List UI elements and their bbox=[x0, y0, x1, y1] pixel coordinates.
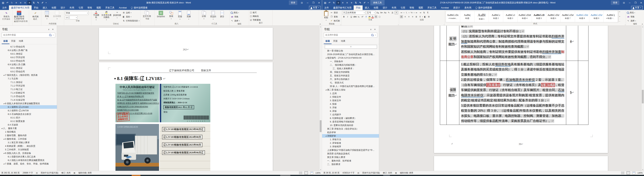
nav-heading-item[interactable]: 上述事项以“中国石油电子招标投标交易平台”中... bbox=[322, 148, 379, 152]
align-left-icon[interactable]: ≡ bbox=[336, 1, 340, 5]
criteria-cell[interactable]: 1.截止投标日，投标人在项目所在地具有服务基地的（须提供服务基地地址及服务基地场… bbox=[459, 61, 566, 125]
nav-heading-item[interactable]: 9. 是否采用电子招标投标 bbox=[322, 120, 379, 124]
nav-heading-item[interactable]: ◢ 详细评审 bbox=[322, 134, 379, 138]
multilevel-list-icon[interactable]: ¹≡ bbox=[410, 11, 413, 14]
replace-button[interactable]: ab替换 bbox=[230, 15, 248, 18]
document-page-39[interactable]: 发 明 能力↵ 备注：↵ （1）实用新型专利和外观设计专利不得分；↵ （2）若投… bbox=[434, 26, 608, 153]
gridlines-checkbox[interactable]: ☐网格线 bbox=[250, 15, 272, 18]
ribbon-tab[interactable]: 开发工具 bbox=[103, 6, 117, 10]
page-indicator[interactable]: 第 39 页, 共 80 页 bbox=[324, 172, 340, 174]
nav-heading-item[interactable]: 1. 评标方法 bbox=[322, 138, 379, 141]
close-icon[interactable]: ✕ bbox=[316, 0, 322, 6]
expand-collapse-icon[interactable]: ◢ bbox=[325, 135, 327, 137]
footer-button[interactable]: 页脚▾ bbox=[185, 10, 193, 20]
nav-heading-item[interactable]: 1. 总则 bbox=[322, 92, 379, 95]
align-center-icon[interactable]: ≡ bbox=[341, 1, 345, 5]
nav-heading-item[interactable]: 7.1.6 社保证明 bbox=[0, 98, 57, 102]
font-color-button[interactable]: A 字体颜 色▾ bbox=[92, 10, 100, 21]
minimize-icon[interactable]: ─ bbox=[305, 0, 310, 6]
redo-icon[interactable]: ↻ bbox=[10, 1, 14, 5]
accessibility-indicator[interactable]: 辅助功能: 调查 bbox=[78, 172, 92, 174]
align-left-icon[interactable]: ≡ bbox=[400, 15, 403, 18]
smartart-button[interactable]: ≣ SmartArt bbox=[155, 10, 166, 18]
ribbon-tab[interactable]: 绘图 bbox=[372, 6, 380, 10]
print-layout-button[interactable] bbox=[304, 171, 308, 175]
word-count[interactable]: 29886 个字 bbox=[22, 172, 33, 174]
grow-font-icon[interactable]: A▴ bbox=[376, 11, 379, 14]
accessibility-indicator[interactable]: 辅助功能: 调查 bbox=[400, 172, 413, 174]
dialog-launcher-icon[interactable]: ⌟ bbox=[340, 24, 341, 25]
evaluation-table[interactable]: 发 明 能力↵ 备注：↵ （1）实用新型专利和外观设计专利不得分；↵ （2）若投… bbox=[440, 26, 588, 125]
document-canvas[interactable]: 发 明 能力↵ 备注：↵ （1）实用新型专利和外观设计专利不得分；↵ （2）若投… bbox=[379, 26, 641, 171]
nav-heading-item[interactable]: 8.3.2 购置发票 bbox=[0, 120, 57, 123]
ruler-checkbox[interactable]: ☐标尺 bbox=[250, 11, 272, 14]
nav-heading-item[interactable]: ◢ 项目编号：ZY26-XJY10-FW003-00 bbox=[322, 56, 379, 60]
align-center-icon[interactable]: ≡ bbox=[18, 1, 22, 5]
align-right-icon[interactable]: ≡ bbox=[23, 1, 27, 5]
ribbon-display-options-icon[interactable]: ⊡ bbox=[621, 0, 627, 6]
scroll-up-icon[interactable]: ▴ bbox=[320, 26, 322, 28]
nav-heading-item[interactable]: ◢ 7 项目负责人（项目经理）简历表 bbox=[0, 73, 57, 77]
paste-button[interactable]: 粘贴▾ bbox=[323, 10, 329, 21]
strikethrough-icon[interactable]: abc bbox=[354, 15, 356, 18]
nav-heading-item[interactable]: 8.1 保障车-辽L2V183 bbox=[0, 105, 57, 109]
shading-icon[interactable]: ◧ bbox=[424, 15, 426, 18]
vertical-scrollbar[interactable]: ▴ ▾ bbox=[319, 26, 322, 171]
nav-heading-item[interactable]: 6.8.1 身份证 bbox=[0, 52, 57, 56]
gallery-down-icon[interactable]: ▾ bbox=[619, 16, 620, 17]
nav-heading-item[interactable]: 7. 合同授予 bbox=[322, 113, 379, 116]
increase-indent-icon[interactable]: ⇥ bbox=[419, 11, 422, 14]
justify-icon[interactable]: ≡ bbox=[411, 15, 414, 18]
redo-icon[interactable]: ↻ bbox=[332, 1, 336, 5]
nav-heading-item[interactable]: 4. 投标 bbox=[322, 102, 379, 106]
nav-heading-item[interactable]: 5. 开标 bbox=[322, 106, 379, 109]
ribbon-tab[interactable]: 布局 bbox=[67, 6, 76, 10]
ribbon-tab[interactable]: 插入 bbox=[362, 6, 372, 10]
criteria-cell[interactable]: 备注：↵ （1）实用新型专利和外观设计专利不得分；↵ （2）若投标人为代理商，专… bbox=[459, 26, 566, 61]
clear-formatting-icon[interactable]: ✎ bbox=[387, 11, 390, 14]
print-layout-button[interactable] bbox=[626, 171, 630, 175]
nav-heading-item[interactable]: 三、投标人资格要求： bbox=[322, 67, 379, 70]
style-gallery-item[interactable]: AaBb( 标题 bbox=[460, 11, 474, 22]
nav-heading-item[interactable]: 二、 项目概况与招标范围： bbox=[322, 63, 379, 67]
shading-button[interactable]: ◧底纹▾ bbox=[122, 15, 140, 18]
margins-button[interactable]: 页边距▾ bbox=[209, 10, 218, 20]
ribbon-tab[interactable]: 开始 bbox=[354, 6, 362, 10]
nav-heading-item[interactable]: 6.7.3 劳动合同 bbox=[0, 45, 57, 48]
ribbon-tab[interactable]: 布局 bbox=[390, 6, 398, 10]
text-effects-icon[interactable]: A bbox=[364, 15, 368, 18]
qat-customize-icon[interactable]: ▾ bbox=[45, 1, 47, 5]
style-gallery-item[interactable]: AaBbCcDd 标题 8 bbox=[575, 11, 589, 22]
expand-collapse-icon[interactable]: ◢ bbox=[3, 74, 5, 76]
nav-heading-item[interactable]: 6.9.1 身份证 bbox=[0, 66, 57, 70]
header-button[interactable]: 页眉▾ bbox=[176, 10, 184, 20]
pane-options-icon[interactable]: ∨ bbox=[47, 28, 51, 30]
select-button[interactable]: ↖选择▾ bbox=[230, 19, 248, 22]
style-gallery-item[interactable]: AaBbCcDd 标题 7 bbox=[560, 11, 575, 22]
nav-heading-item[interactable]: 招 标 人：中国石油天然气股份有限公司新疆... bbox=[322, 84, 379, 88]
nav-heading-item[interactable]: 一、招标条件 bbox=[322, 60, 379, 63]
nav-heading-item[interactable]: ◢ 6 拟投入的人员、仪器设备 bbox=[0, 151, 57, 155]
document-page-262[interactable]: 262↵ bbox=[99, 28, 273, 60]
document-page-263[interactable]: 辽宁迪纳技术有限公司投标文件 8.1 保障车-辽 L2V183↵ 中华人民共和国… bbox=[99, 62, 273, 171]
nav-heading-item[interactable]: 5 工作程序、方法和制度 bbox=[0, 148, 57, 151]
word-count[interactable]: 4/38314 个字 bbox=[342, 172, 354, 174]
nav-heading-item[interactable]: ◢ 第二章 投标人须知 bbox=[322, 88, 379, 92]
nav-heading-item[interactable]: 6.9.2 劳动合同 bbox=[0, 70, 57, 73]
nav-heading-item[interactable]: 6.8.2 学历证明 bbox=[0, 56, 57, 59]
expand-collapse-icon[interactable]: ◢ bbox=[3, 103, 5, 104]
highlighter-icon[interactable]: ✐ bbox=[40, 1, 44, 5]
track-changes-icon[interactable]: ✎ bbox=[358, 1, 362, 5]
style-gallery-item[interactable]: AaBl 标题 1 bbox=[474, 11, 489, 22]
nav-heading-item[interactable]: 2 服务范围、服务内容 bbox=[0, 134, 57, 137]
nav-search-input[interactable]: 在文档中搜索 ∨ bbox=[324, 32, 377, 38]
font-name-combo[interactable]: 宋体▾ bbox=[65, 11, 88, 15]
style-gallery-item[interactable]: AaBbCcDdl 标题 4 bbox=[518, 11, 532, 22]
nav-tab-headings[interactable]: 标题 bbox=[2, 39, 10, 44]
track-changes-indicator[interactable]: 修订: 关闭 bbox=[383, 172, 392, 174]
find-button[interactable]: 查找▾ bbox=[627, 11, 643, 14]
signin-button[interactable]: 登录 bbox=[611, 0, 619, 5]
nav-heading-item[interactable]: ▷ 8.4 示波器 bbox=[0, 123, 57, 126]
highlight-color-icon[interactable]: ab bbox=[368, 15, 371, 18]
nav-heading-item[interactable]: 五、投标文件的递交 bbox=[322, 74, 379, 77]
